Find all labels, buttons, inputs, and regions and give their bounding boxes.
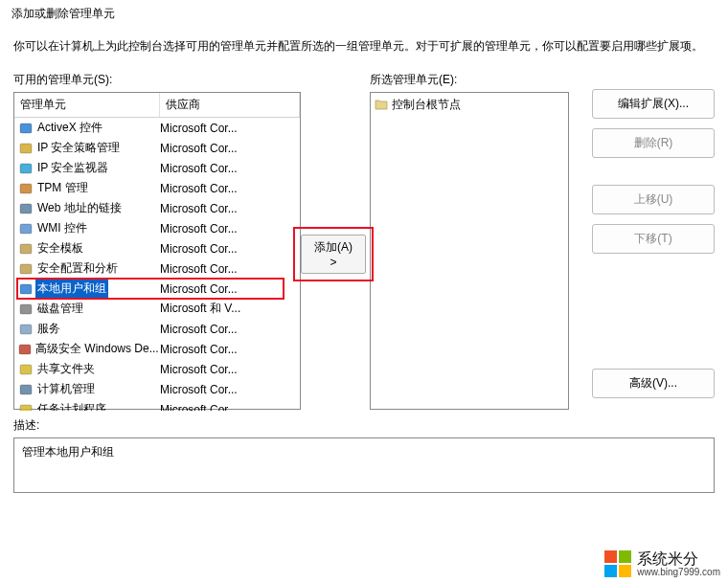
disk-icon <box>18 302 34 317</box>
svg-rect-10 <box>20 224 32 234</box>
svg-rect-8 <box>20 204 32 213</box>
remove-button[interactable]: 删除(R) <box>592 128 715 158</box>
svg-rect-28 <box>20 405 32 412</box>
sec-config-icon <box>18 261 34 277</box>
svg-rect-0 <box>20 123 32 133</box>
list-item-name: 计算机管理 <box>35 380 97 398</box>
list-item-name: 共享文件夹 <box>35 360 97 378</box>
list-item-vendor: Microsoft Cor... <box>160 262 300 276</box>
edit-extensions-button[interactable]: 编辑扩展(X)... <box>592 89 715 119</box>
dialog-description: 你可以在计算机上为此控制台选择可用的管理单元并配置所选的一组管理单元。对于可扩展… <box>0 26 728 72</box>
users-icon <box>18 281 34 297</box>
tpm-icon <box>18 181 34 196</box>
list-item-vendor: Microsoft Cor... <box>160 122 300 135</box>
tree-root-label: 控制台根节点 <box>392 97 461 113</box>
list-item[interactable]: 共享文件夹Microsoft Cor... <box>14 359 300 379</box>
list-item[interactable]: IP 安全监视器Microsoft Cor... <box>14 158 300 178</box>
list-item[interactable]: 磁盘管理Microsoft 和 V... <box>14 299 300 319</box>
ipsec-monitor-icon <box>18 161 34 176</box>
list-item-vendor: Microsoft Cor... <box>160 403 300 412</box>
move-down-button[interactable]: 下移(T) <box>592 224 715 254</box>
description-box: 管理本地用户和组 <box>13 437 715 493</box>
svg-rect-6 <box>20 184 32 193</box>
list-item[interactable]: TPM 管理Microsoft Cor... <box>14 178 300 198</box>
list-item-vendor: Microsoft Cor... <box>160 282 300 296</box>
shared-icon <box>18 362 34 377</box>
selected-label: 所选管理单元(E): <box>370 72 569 88</box>
list-item-vendor: Microsoft 和 V... <box>160 301 300 317</box>
list-item[interactable]: 计算机管理Microsoft Cor... <box>14 379 300 399</box>
list-item-vendor: Microsoft Cor... <box>160 242 300 256</box>
list-item-vendor: Microsoft Cor... <box>160 383 300 396</box>
list-item-vendor: Microsoft Cor... <box>160 363 300 376</box>
svg-rect-14 <box>20 264 32 274</box>
svg-rect-12 <box>20 244 32 254</box>
watermark-url: www.bing7999.com <box>637 567 720 577</box>
list-item-name: TPM 管理 <box>35 179 90 197</box>
ipsec-policy-icon <box>18 141 34 156</box>
dialog-title: 添加或删除管理单元 <box>0 0 728 26</box>
list-item[interactable]: 本地用户和组Microsoft Cor... <box>14 279 300 299</box>
list-item-name: 安全配置和分析 <box>35 259 120 278</box>
list-item[interactable]: 安全配置和分析Microsoft Cor... <box>14 258 300 279</box>
list-item-name: 安全模板 <box>35 239 85 258</box>
svg-rect-26 <box>20 385 32 394</box>
list-item[interactable]: 高级安全 Windows De...Microsoft Cor... <box>14 339 300 359</box>
list-item-name: IP 安全策略管理 <box>35 139 122 157</box>
list-item-vendor: Microsoft Cor... <box>160 142 300 155</box>
wmi-icon <box>18 221 34 236</box>
list-item-vendor: Microsoft Cor... <box>160 222 300 235</box>
list-item[interactable]: 任务计划程序Microsoft Cor... <box>14 399 300 411</box>
list-item-vendor: Microsoft Cor... <box>160 182 300 195</box>
svg-rect-4 <box>20 164 32 173</box>
list-item[interactable]: 服务Microsoft Cor... <box>14 319 300 339</box>
activex-icon <box>18 121 34 136</box>
folder-icon <box>374 97 389 112</box>
col-header-name[interactable]: 管理单元 <box>14 93 160 117</box>
list-item-name: 服务 <box>35 320 62 338</box>
list-item-vendor: Microsoft Cor... <box>160 343 300 356</box>
firewall-icon <box>18 342 32 357</box>
add-button[interactable]: 添加(A) > <box>301 235 366 274</box>
available-list-header: 管理单元 供应商 <box>14 93 300 118</box>
svg-rect-20 <box>20 325 32 334</box>
list-item[interactable]: IP 安全策略管理Microsoft Cor... <box>14 138 300 158</box>
list-item-name: WMI 控件 <box>35 219 89 237</box>
description-text: 管理本地用户和组 <box>22 445 114 459</box>
list-item-name: 高级安全 Windows De... <box>34 340 160 358</box>
list-item-name: ActiveX 控件 <box>35 119 104 137</box>
list-item-name: 任务计划程序 <box>35 400 108 411</box>
available-list[interactable]: 管理单元 供应商 ActiveX 控件Microsoft Cor...IP 安全… <box>13 92 301 410</box>
available-label: 可用的管理单元(S): <box>13 72 301 88</box>
svg-rect-22 <box>19 345 31 354</box>
watermark: 系统米分 www.bing7999.com <box>601 549 724 579</box>
advanced-button[interactable]: 高级(V)... <box>592 369 715 398</box>
selected-list[interactable]: 控制台根节点 <box>370 92 569 410</box>
description-label: 描述: <box>13 417 715 434</box>
watermark-text: 系统米分 <box>637 551 720 567</box>
list-item-vendor: Microsoft Cor... <box>160 323 300 336</box>
computer-icon <box>18 382 34 397</box>
windows-logo-icon <box>604 550 631 577</box>
tasks-icon <box>18 402 34 412</box>
list-item[interactable]: WMI 控件Microsoft Cor... <box>14 218 300 238</box>
list-item-name: IP 安全监视器 <box>35 159 110 177</box>
move-up-button[interactable]: 上移(U) <box>592 185 715 214</box>
svg-rect-24 <box>20 365 32 374</box>
tree-root-node[interactable]: 控制台根节点 <box>374 96 565 113</box>
list-item-name: Web 地址的链接 <box>35 199 124 217</box>
weblink-icon <box>18 201 34 216</box>
sec-template-icon <box>18 241 34 257</box>
svg-rect-18 <box>20 304 32 314</box>
services-icon <box>18 322 34 337</box>
list-item-vendor: Microsoft Cor... <box>160 202 300 215</box>
list-item[interactable]: 安全模板Microsoft Cor... <box>14 238 300 258</box>
list-item-name: 本地用户和组 <box>35 280 108 298</box>
list-item[interactable]: ActiveX 控件Microsoft Cor... <box>14 118 300 138</box>
svg-rect-2 <box>20 144 32 153</box>
list-item[interactable]: Web 地址的链接Microsoft Cor... <box>14 198 300 218</box>
svg-rect-16 <box>20 284 32 294</box>
list-item-vendor: Microsoft Cor... <box>160 162 300 175</box>
list-item-name: 磁盘管理 <box>35 300 85 318</box>
col-header-vendor[interactable]: 供应商 <box>160 93 300 117</box>
